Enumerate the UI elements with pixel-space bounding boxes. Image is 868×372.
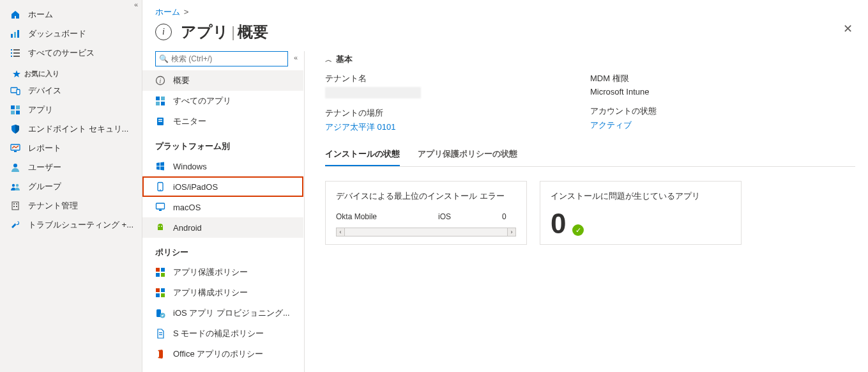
svg-rect-20 xyxy=(12,202,19,210)
svg-rect-45 xyxy=(161,288,165,292)
svg-rect-12 xyxy=(16,105,20,109)
sidebar-item-troubleshoot[interactable]: トラブルシューティング +... xyxy=(0,215,142,235)
svg-rect-14 xyxy=(16,111,20,114)
svg-rect-32 xyxy=(158,119,162,120)
sidebar-collapse-toggle[interactable]: « xyxy=(134,1,138,8)
subnav-label: アプリ構成ポリシー xyxy=(173,287,248,298)
monitor-icon xyxy=(10,143,20,153)
favorites-label: お気に入り xyxy=(24,69,59,79)
svg-rect-46 xyxy=(156,293,160,297)
sidebar-item-groups[interactable]: グループ xyxy=(0,177,142,196)
global-sidebar: « ホーム ダッシュボード すべてのサービス お気に入り デバイス アプリ エン… xyxy=(0,0,142,372)
android-icon xyxy=(155,222,165,233)
svg-point-39 xyxy=(161,226,162,227)
subnav-label: 概要 xyxy=(173,75,190,86)
svg-point-19 xyxy=(16,184,19,187)
sidebar-label: トラブルシューティング +... xyxy=(28,219,133,231)
sidebar-item-all-services[interactable]: すべてのサービス xyxy=(0,43,142,63)
subnav-label: アプリ保護ポリシー xyxy=(173,267,248,278)
content-tabs: インストールの状態 アプリ保護ポリシーの状態 xyxy=(325,142,855,167)
page-title: アプリ|概要 xyxy=(181,22,268,42)
subnav-label: Android xyxy=(173,223,202,233)
subnav-label: macOS xyxy=(173,203,201,212)
subnav-item-ios-provisioning[interactable]: iOS アプリ プロビジョニング... xyxy=(142,303,303,323)
close-button[interactable]: ✕ xyxy=(843,22,853,36)
svg-rect-29 xyxy=(156,102,160,105)
search-input[interactable] xyxy=(155,51,288,66)
section-basic-label: 基本 xyxy=(336,54,353,65)
subnav-item-monitor[interactable]: モニター xyxy=(142,111,303,132)
subnav-item-overview[interactable]: i 概要 xyxy=(142,70,303,91)
sidebar-item-tenant-admin[interactable]: テナント管理 xyxy=(0,196,142,215)
section-basic-toggle[interactable]: ︿ 基本 xyxy=(325,51,855,73)
sidebar-item-dashboard[interactable]: ダッシュボード xyxy=(0,24,142,43)
success-check-icon: ✓ xyxy=(572,224,584,236)
scroll-right-button[interactable]: › xyxy=(507,228,516,236)
svg-rect-7 xyxy=(11,56,12,57)
list-icon xyxy=(10,48,20,58)
tab-install-status[interactable]: インストールの状態 xyxy=(325,142,400,166)
svg-rect-30 xyxy=(161,102,165,105)
subnav-item-office-policy[interactable]: Office アプリのポリシー xyxy=(142,344,303,364)
card-top-install-errors: デバイスによる最上位のインストール エラー Okta Mobile iOS 0 … xyxy=(325,181,527,245)
breadcrumb-home-link[interactable]: ホーム xyxy=(155,7,180,17)
home-icon xyxy=(10,10,20,20)
install-error-row[interactable]: Okta Mobile iOS 0 xyxy=(336,210,516,224)
tenant-location-value[interactable]: アジア太平洋 0101 xyxy=(325,121,590,142)
error-app-name: Okta Mobile xyxy=(336,212,438,221)
sidebar-item-apps[interactable]: アプリ xyxy=(0,100,142,120)
svg-rect-11 xyxy=(11,105,15,109)
svg-rect-13 xyxy=(11,111,15,114)
subnav-item-ios-ipados[interactable]: iOS/iPadOS xyxy=(142,176,303,197)
sidebar-item-devices[interactable]: デバイス xyxy=(0,81,142,100)
subnav-item-s-mode-policy[interactable]: S モードの補足ポリシー xyxy=(142,323,303,344)
wrench-icon xyxy=(10,220,20,230)
account-status-value[interactable]: アクティブ xyxy=(590,120,855,140)
sidebar-label: ホーム xyxy=(28,9,53,20)
sidebar-item-users[interactable]: ユーザー xyxy=(0,158,142,177)
building-icon xyxy=(10,201,20,211)
subnav-label: S モードの補足ポリシー xyxy=(173,328,264,339)
subnav-item-app-protection-policy[interactable]: アプリ保護ポリシー xyxy=(142,262,303,283)
sidebar-label: ユーザー xyxy=(28,162,61,173)
group-icon xyxy=(10,182,20,192)
sidebar-label: エンドポイント セキュリ... xyxy=(28,123,128,135)
svg-rect-16 xyxy=(14,151,17,152)
office-icon xyxy=(155,349,165,359)
subnav-item-app-config-policy[interactable]: アプリ構成ポリシー xyxy=(142,283,303,303)
sidebar-item-endpoint-security[interactable]: エンドポイント セキュリ... xyxy=(0,120,142,139)
svg-point-17 xyxy=(13,164,17,167)
svg-rect-21 xyxy=(13,203,15,205)
scroll-track[interactable] xyxy=(345,228,507,236)
card2-title: インストールに問題が生じているアプリ xyxy=(551,190,731,210)
subnav-item-windows[interactable]: Windows xyxy=(142,156,303,176)
subnav-item-macos[interactable]: macOS xyxy=(142,197,303,217)
tab-app-protection-status[interactable]: アプリ保護ポリシーの状態 xyxy=(418,142,517,166)
account-status-label: アカウントの状態 xyxy=(590,105,855,120)
svg-rect-37 xyxy=(159,210,162,211)
provisioning-icon xyxy=(155,308,165,318)
svg-rect-2 xyxy=(17,30,19,38)
book-icon xyxy=(155,116,165,127)
error-platform: iOS xyxy=(438,212,502,221)
scroll-left-button[interactable]: ‹ xyxy=(336,228,345,236)
dashboard-icon xyxy=(10,29,20,39)
subnav-collapse-toggle[interactable]: « xyxy=(294,54,298,61)
star-icon xyxy=(13,70,20,78)
card-apps-with-issues: インストールに問題が生じているアプリ 0 ✓ xyxy=(540,181,742,245)
svg-point-38 xyxy=(158,226,160,227)
sidebar-favorites-heading: お気に入り xyxy=(0,63,142,81)
sidebar-label: グループ xyxy=(28,181,61,192)
svg-rect-28 xyxy=(161,97,165,100)
svg-rect-36 xyxy=(156,203,165,209)
subnav-item-all-apps[interactable]: すべてのアプリ xyxy=(142,91,303,111)
blade-content: ︿ 基本 テナント名 テナントの場所 アジア太平洋 0101 MDM 権限 Mi… xyxy=(305,51,868,372)
svg-rect-22 xyxy=(16,203,17,205)
tenant-name-label: テナント名 xyxy=(325,73,590,87)
svg-rect-42 xyxy=(156,273,160,277)
subnav-item-android[interactable]: Android xyxy=(142,217,303,238)
sidebar-item-home[interactable]: ホーム xyxy=(0,5,142,24)
svg-rect-1 xyxy=(14,32,16,38)
sidebar-item-reports[interactable]: レポート xyxy=(0,139,142,158)
mdm-authority-value: Microsoft Intune xyxy=(590,87,855,105)
